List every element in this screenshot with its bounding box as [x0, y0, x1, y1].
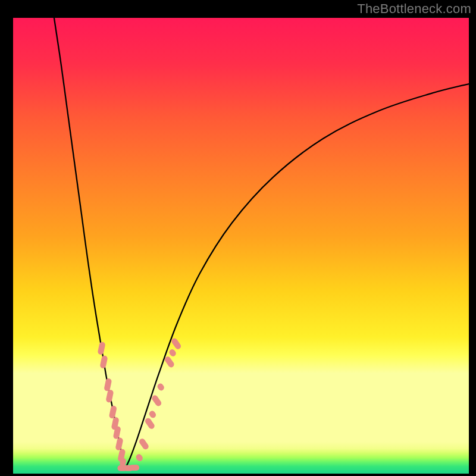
watermark-text: TheBottleneck.com — [357, 1, 471, 17]
curve-marker — [151, 394, 162, 407]
plot-area — [13, 18, 469, 474]
curve-marker — [105, 389, 114, 403]
curve-marker — [98, 342, 106, 355]
plot-frame — [12, 17, 470, 475]
chart-stage: TheBottleneck.com — [0, 0, 476, 476]
curve-marker — [170, 337, 182, 350]
curve-marker — [115, 437, 123, 451]
curve-left-branch — [54, 18, 125, 469]
curve-marker — [156, 383, 165, 392]
curve-marker — [104, 378, 112, 392]
curve-marker — [148, 410, 157, 419]
curve-marker — [129, 465, 139, 471]
curve-marker — [135, 453, 144, 462]
curve-right-branch — [125, 84, 469, 469]
curve-marker — [164, 355, 176, 368]
curve-marker — [138, 437, 150, 450]
curve-marker — [109, 405, 117, 419]
bottleneck-curve — [13, 18, 469, 474]
curve-marker — [144, 417, 156, 430]
curve-marker — [99, 355, 108, 369]
curve-marker — [168, 348, 177, 358]
